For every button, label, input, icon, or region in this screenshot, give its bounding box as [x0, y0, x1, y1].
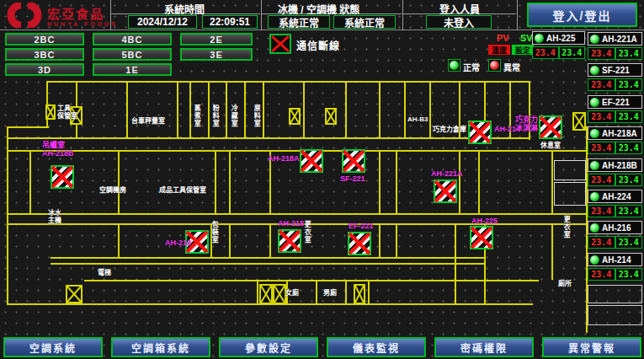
unit-name-label: AH-216	[602, 223, 631, 233]
ahu-label-ah-224: 巧克力 冰淇淋	[515, 116, 538, 133]
wall-segment	[404, 81, 406, 139]
footer-button-ahu-system[interactable]: 空調箱系統	[111, 337, 210, 357]
unit-values-ah-214: 23.423.4	[588, 268, 642, 281]
room-label: 廁所	[558, 280, 572, 287]
wall-segment	[229, 223, 231, 259]
unit-pv-value: 23.4	[588, 142, 615, 154]
unit-row-ef-221[interactable]: EF-221	[588, 95, 642, 109]
unit-row-ah-221a[interactable]: AH-221A	[588, 32, 642, 46]
unit-sv-value: 23.4	[559, 46, 586, 59]
stairs-icon	[66, 285, 82, 303]
unit-name-label: AH-224	[602, 192, 631, 201]
unit-pv-value: 23.4	[588, 78, 615, 91]
unit-name-label: AH-218B	[602, 161, 637, 170]
wall-segment	[208, 81, 210, 139]
unit-led-icon	[590, 129, 599, 138]
wall-segment	[303, 81, 305, 139]
ahu-icon-ah-221a[interactable]	[434, 180, 457, 203]
room-label: 台車秤量室	[131, 117, 165, 125]
unit-led-icon	[590, 192, 599, 201]
unit-pv-value: 23.4	[588, 174, 615, 186]
empty-unit-slot	[588, 285, 642, 303]
ahu-icon-ah-218b[interactable]	[51, 165, 74, 189]
unit-values-ah-216: 23.423.4	[588, 236, 642, 249]
wall-segment	[51, 257, 486, 259]
unit-name-label: AH-221A	[602, 35, 637, 44]
unit-sv-value: 23.4	[615, 174, 643, 186]
unit-name-label: SF-221	[602, 66, 630, 75]
wall-segment	[345, 281, 347, 305]
footer-button-password-authority[interactable]: 密碼權限	[434, 337, 534, 357]
wall-segment	[455, 223, 456, 305]
unit-values-ah-225: 23.423.4	[532, 46, 585, 59]
unit-row-ah-224[interactable]: AH-224	[588, 190, 642, 203]
ahu-icon-ah-218[interactable]	[278, 229, 301, 253]
unit-pv-value: 23.4	[588, 47, 615, 60]
room-label: 工具 保管室	[57, 104, 77, 120]
wall-segment	[368, 281, 370, 305]
unit-row-ah-218a[interactable]: AH-218A	[588, 126, 642, 140]
footer-button-parameter-settings[interactable]: 參數設定	[219, 337, 318, 357]
wall-segment	[345, 81, 347, 139]
unit-values-ah-224: 23.423.4	[588, 205, 642, 217]
wall-segment	[7, 150, 588, 152]
room-label: 原料室	[253, 104, 260, 127]
ahu-icon-ah-218a[interactable]	[300, 149, 323, 173]
ahu-icon-ah-214[interactable]	[468, 121, 492, 144]
room-label: 女廁	[285, 289, 299, 297]
ahu-icon-ah-224[interactable]	[539, 115, 562, 139]
unit-row-sf-221[interactable]: SF-221	[588, 63, 642, 77]
unit-values-sf-221: 23.423.4	[588, 78, 642, 91]
stairs-icon	[572, 112, 586, 131]
ahu-label-sf-221: SF-221	[340, 175, 365, 184]
plan-room-box	[554, 182, 586, 206]
unit-led-icon	[535, 34, 544, 43]
wall-segment	[269, 223, 271, 259]
room-label: AH-B3	[407, 115, 428, 123]
unit-pv-value: 23.4	[588, 205, 615, 217]
ahu-icon-sf-221[interactable]	[342, 149, 365, 173]
unit-name-label: AH-214	[602, 255, 631, 265]
wall-segment	[396, 150, 397, 215]
unit-row-ah-214[interactable]: AH-214	[588, 253, 642, 266]
footer-button-ac-system[interactable]: 空調系統	[3, 337, 103, 357]
footer-button-meter-monitor[interactable]: 儀表監視	[327, 337, 426, 357]
ahu-label-ah-216: AH-216	[165, 239, 191, 248]
room-label: 男廁	[323, 289, 337, 297]
room-label: 冷藏室	[230, 104, 237, 127]
ahu-label-ef-221: EF-221	[349, 222, 374, 231]
footer-button-alarm[interactable]: 異常警報	[542, 337, 641, 357]
ahu-label-ah-218b: 吊蠟室 AH-218B	[42, 142, 74, 158]
unit-row-ah-216[interactable]: AH-216	[588, 221, 642, 234]
wall-segment	[51, 263, 486, 265]
unit-row-ah-225[interactable]: AH-225	[532, 31, 585, 45]
unit-row-ah-218b[interactable]: AH-218B	[588, 158, 642, 172]
ahu-icon-ah-225[interactable]	[470, 226, 493, 249]
wall-segment	[7, 126, 49, 128]
unit-pv-value: 23.4	[532, 46, 559, 59]
unit-name-label: EF-221	[602, 98, 630, 107]
wall-segment	[126, 81, 128, 139]
empty-unit-slot	[588, 305, 642, 325]
unit-values-ah-221a: 23.423.4	[588, 47, 642, 60]
unit-led-icon	[590, 98, 599, 107]
stairs-icon	[259, 284, 273, 304]
unit-led-icon	[590, 66, 599, 75]
stairs-icon	[289, 108, 301, 125]
wall-segment	[7, 126, 8, 305]
unit-pv-value: 23.4	[588, 236, 615, 249]
wall-segment	[189, 81, 191, 139]
wall-segment	[7, 213, 588, 215]
unit-pv-value: 23.4	[588, 268, 615, 281]
ahu-icon-ef-221[interactable]	[348, 232, 371, 255]
room-label: 包裝室	[210, 221, 218, 244]
ahu-label-ah-218: AH-218	[278, 220, 304, 228]
wall-segment	[118, 223, 120, 259]
unit-led-icon	[590, 161, 599, 170]
unit-values-ah-218b: 23.423.4	[588, 174, 642, 186]
wall-segment	[46, 81, 530, 83]
wall-segment	[551, 150, 553, 215]
unit-values-ef-221: 23.423.4	[588, 110, 642, 123]
ahu-label-ah-221a: AH-221A	[431, 170, 463, 179]
wall-segment	[7, 137, 530, 139]
